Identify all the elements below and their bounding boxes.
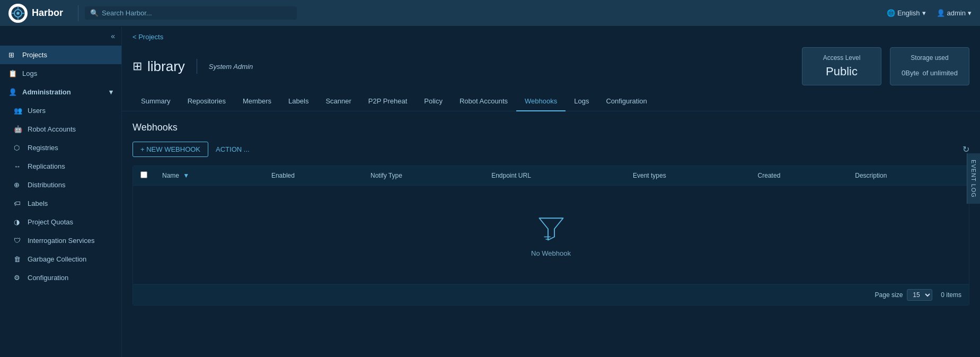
logo-icon	[8, 4, 28, 23]
sidebar-section-administration[interactable]: 👤 Administration ▾	[0, 83, 121, 101]
user-icon: 👤	[937, 9, 945, 17]
project-title-group: ⊞ library	[133, 58, 185, 75]
sidebar-logs-label: Logs	[22, 69, 37, 77]
tab-logs[interactable]: Logs	[566, 92, 597, 111]
tab-configuration[interactable]: Configuration	[597, 92, 655, 111]
app-logo[interactable]: Harbor	[8, 4, 63, 23]
th-checkbox	[133, 166, 155, 186]
tab-members[interactable]: Members	[234, 92, 280, 111]
main-content: < Projects ⊞ library System Admin Access…	[122, 27, 980, 357]
no-webhook-icon	[535, 212, 567, 244]
th-endpoint-url: Endpoint URL	[484, 166, 625, 186]
language-selector[interactable]: 🌐 English ▾	[887, 9, 926, 17]
th-enabled: Enabled	[264, 166, 363, 186]
name-filter-icon[interactable]: ▼	[183, 172, 189, 179]
sidebar-item-robot-accounts[interactable]: 🤖 Robot Accounts	[5, 120, 121, 138]
storage-value: 0Byte of unlimited	[901, 65, 958, 79]
webhooks-content: Webhooks + NEW WEBHOOK ACTION ... ↻	[122, 111, 980, 357]
app-name: Harbor	[32, 7, 63, 19]
th-description: Description	[847, 166, 969, 186]
tab-summary[interactable]: Summary	[133, 92, 179, 111]
sidebar-item-garbage-collection[interactable]: 🗑 Garbage Collection	[5, 250, 121, 268]
empty-state: No Webhook	[140, 191, 961, 278]
sidebar-item-replications[interactable]: ↔ Replications	[5, 157, 121, 176]
th-name: Name ▼	[155, 166, 264, 186]
sidebar-item-logs[interactable]: 📋 Logs	[0, 64, 121, 83]
tab-policy[interactable]: Policy	[416, 92, 451, 111]
search-box[interactable]: 🔍	[85, 6, 297, 20]
th-created: Created	[751, 166, 848, 186]
replications-icon: ↔	[14, 162, 22, 170]
project-role: System Admin	[209, 63, 253, 71]
admin-icon: 👤	[8, 88, 17, 96]
sidebar-interrogation-label: Interrogation Services	[28, 237, 94, 245]
access-level-card: Access Level Public	[802, 47, 881, 85]
event-log-tab[interactable]: EVENT LOG	[967, 153, 980, 204]
tab-repositories[interactable]: Repositories	[179, 92, 234, 111]
nav-right: 🌐 English ▾ 👤 admin ▾	[887, 9, 972, 17]
storage-card: Storage used 0Byte of unlimited	[890, 47, 969, 85]
storage-suffix: of unlimited	[922, 69, 957, 77]
tab-scanner[interactable]: Scanner	[317, 92, 359, 111]
nav-divider	[78, 5, 78, 21]
action-button[interactable]: ACTION ...	[214, 142, 252, 156]
webhooks-table: Name ▼ Enabled Notify Type Endpoint URL …	[133, 166, 969, 284]
garbage-icon: 🗑	[14, 255, 22, 263]
back-to-projects-link[interactable]: < Projects	[133, 33, 163, 41]
sidebar-labels-label: Labels	[28, 199, 48, 207]
new-webhook-button[interactable]: + NEW WEBHOOK	[133, 142, 208, 157]
table-body: No Webhook	[133, 186, 969, 284]
project-icon: ⊞	[133, 59, 142, 73]
tab-labels[interactable]: Labels	[280, 92, 317, 111]
tab-p2p-preheat[interactable]: P2P Preheat	[360, 92, 416, 111]
empty-state-row: No Webhook	[133, 186, 969, 284]
page-size-label: Page size	[875, 291, 903, 299]
sidebar-projects-label: Projects	[22, 51, 47, 59]
sidebar-item-interrogation-services[interactable]: 🛡 Interrogation Services	[5, 231, 121, 250]
sidebar-robot-label: Robot Accounts	[28, 125, 76, 133]
table-pagination: Page size 15 25 50 0 items	[133, 284, 969, 305]
tab-webhooks[interactable]: Webhooks	[516, 92, 566, 111]
sidebar-item-distributions[interactable]: ⊕ Distributions	[5, 176, 121, 194]
top-navbar: Harbor 🔍 🌐 English ▾ 👤 admin ▾	[0, 0, 980, 27]
svg-marker-7	[539, 218, 563, 240]
registry-icon: ⬡	[14, 144, 22, 152]
globe-icon: 🌐	[887, 9, 895, 17]
page-size-select[interactable]: 15 25 50	[907, 289, 932, 301]
sidebar-item-configuration[interactable]: ⚙ Configuration	[5, 268, 121, 287]
user-menu[interactable]: 👤 admin ▾	[937, 9, 972, 17]
sidebar-garbage-label: Garbage Collection	[28, 255, 86, 263]
sidebar-item-labels[interactable]: 🏷 Labels	[5, 194, 121, 213]
chevron-down-icon: ▾	[922, 9, 926, 17]
sidebar-replications-label: Replications	[28, 162, 65, 170]
access-level-value: Public	[813, 65, 870, 79]
sidebar-admin-items: 👥 Users 🤖 Robot Accounts ⬡ Registries ↔ …	[0, 101, 121, 287]
webhooks-toolbar: + NEW WEBHOOK ACTION ... ↻	[133, 142, 969, 157]
sidebar-users-label: Users	[28, 107, 46, 115]
sidebar-item-project-quotas[interactable]: ◑ Project Quotas	[5, 213, 121, 231]
breadcrumb: < Projects	[122, 27, 980, 47]
layout: « ⊞ Projects 📋 Logs 👤 Administration ▾ 👥…	[0, 27, 980, 357]
select-all-checkbox[interactable]	[140, 171, 147, 178]
sidebar-item-projects[interactable]: ⊞ Projects	[0, 46, 121, 64]
tab-robot-accounts[interactable]: Robot Accounts	[451, 92, 516, 111]
search-input[interactable]	[102, 9, 292, 17]
storage-label: Storage used	[901, 54, 958, 62]
sidebar-item-users[interactable]: 👥 Users	[5, 101, 121, 120]
table-header: Name ▼ Enabled Notify Type Endpoint URL …	[133, 166, 969, 186]
search-icon: 🔍	[90, 9, 99, 17]
sidebar-distributions-label: Distributions	[28, 181, 66, 189]
sidebar-admin-label: Administration	[22, 88, 71, 96]
labels-icon: 🏷	[14, 199, 22, 207]
project-tabs: Summary Repositories Members Labels Scan…	[122, 92, 980, 111]
sidebar-item-registries[interactable]: ⬡ Registries	[5, 138, 121, 157]
items-count: 0 items	[941, 291, 961, 299]
project-name: library	[147, 58, 185, 75]
sidebar: « ⊞ Projects 📋 Logs 👤 Administration ▾ 👥…	[0, 27, 122, 357]
config-icon: ⚙	[14, 274, 22, 282]
language-label: English	[897, 9, 920, 17]
collapse-button[interactable]: «	[111, 32, 115, 40]
empty-state-cell: No Webhook	[133, 186, 969, 284]
sidebar-quotas-label: Project Quotas	[28, 218, 73, 226]
webhooks-title: Webhooks	[133, 122, 969, 133]
